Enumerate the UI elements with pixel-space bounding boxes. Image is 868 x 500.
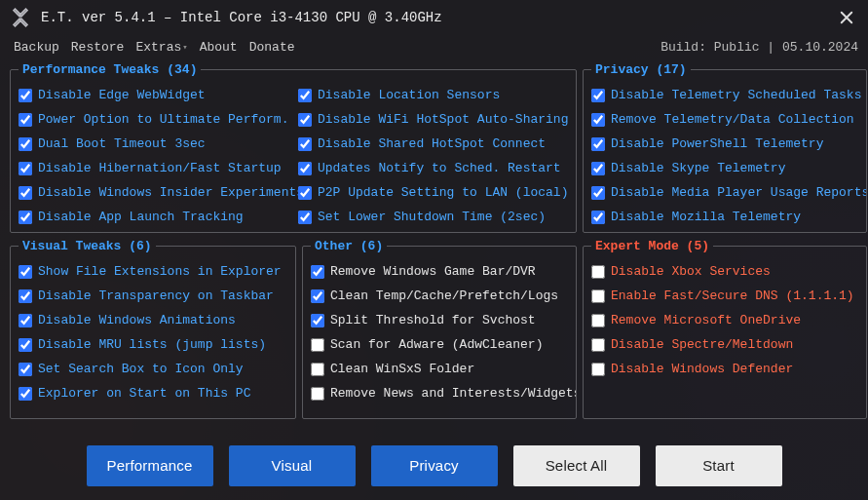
select-all-button[interactable]: Select All	[513, 445, 640, 486]
perf-tweak-label[interactable]: Dual Boot Timeout 3sec	[38, 132, 206, 156]
other-tweak-label[interactable]: Scan for Adware (AdwCleaner)	[330, 332, 543, 357]
other-tweak-checkbox[interactable]	[311, 265, 324, 279]
perf-tweak-label[interactable]: Disable WiFi HotSpot Auto-Sharing	[318, 107, 568, 132]
visual-tweak-checkbox[interactable]	[19, 265, 32, 279]
perf-tweak-label[interactable]: P2P Update Setting to LAN (local)	[318, 180, 568, 205]
perf-tweak-label[interactable]: Updates Notify to Sched. Restart	[318, 156, 561, 180]
titlebar: E.T. ver 5.4.1 – Intel Core i3-4130 CPU …	[0, 0, 868, 35]
perf-tweak-row: Disable Hibernation/Fast Startup	[19, 156, 288, 180]
app-logo-icon	[10, 7, 31, 28]
other-tweak-label[interactable]: Remove News and Interests/Widgets	[330, 381, 577, 405]
expert-tweak-row: Disable Xbox Services	[591, 259, 858, 284]
privacy-tweak-label[interactable]: Remove Telemetry/Data Collection	[611, 107, 854, 132]
perf-tweak-label[interactable]: Disable Windows Insider Experiments	[38, 180, 304, 205]
expert-tweak-checkbox[interactable]	[591, 289, 605, 303]
perf-tweak-checkbox[interactable]	[19, 186, 32, 200]
other-tweak-checkbox[interactable]	[311, 387, 324, 401]
expert-tweak-checkbox[interactable]	[591, 338, 605, 352]
privacy-tweak-checkbox[interactable]	[591, 162, 605, 175]
group-other-legend: Other (6)	[311, 239, 387, 253]
other-tweak-label[interactable]: Clean WinSxS Folder	[330, 357, 474, 381]
perf-tweak-checkbox[interactable]	[19, 89, 32, 102]
privacy-tweak-row: Disable Skype Telemetry	[591, 156, 858, 180]
visual-tweak-label[interactable]: Disable Windows Animations	[38, 308, 236, 332]
visual-tweak-checkbox[interactable]	[19, 314, 32, 327]
visual-tweak-label[interactable]: Disable Transparency on Taskbar	[38, 284, 274, 308]
privacy-tweak-label[interactable]: Disable PowerShell Telemetry	[611, 132, 823, 156]
perf-tweak-label[interactable]: Disable Hibernation/Fast Startup	[38, 156, 282, 180]
menu-backup[interactable]: Backup	[10, 38, 63, 57]
other-tweak-checkbox[interactable]	[311, 289, 324, 303]
expert-tweak-label[interactable]: Disable Spectre/Meltdown	[611, 332, 793, 357]
expert-tweak-row: Disable Windows Defender	[591, 357, 858, 381]
group-performance: Performance Tweaks (34) Disable Edge Web…	[10, 62, 577, 233]
perf-tweak-checkbox[interactable]	[298, 211, 312, 224]
privacy-tweak-row: Disable Media Player Usage Reports	[591, 180, 858, 205]
perf-tweak-label[interactable]: Disable Edge WebWidget	[38, 83, 206, 107]
group-visual: Visual Tweaks (6) Show File Extensions i…	[10, 239, 296, 419]
perf-tweak-checkbox[interactable]	[298, 186, 312, 200]
expert-tweak-checkbox[interactable]	[591, 363, 605, 376]
perf-tweak-label[interactable]: Set Lower Shutdown Time (2sec)	[318, 205, 546, 229]
visual-button[interactable]: Visual	[229, 445, 356, 486]
privacy-button[interactable]: Privacy	[371, 445, 498, 486]
visual-tweak-row: Disable Transparency on Taskbar	[19, 284, 287, 308]
menu-about[interactable]: About	[196, 38, 242, 57]
perf-tweak-row: Set Lower Shutdown Time (2sec)	[298, 205, 568, 229]
privacy-tweak-label[interactable]: Disable Telemetry Scheduled Tasks	[611, 83, 861, 107]
perf-tweak-row: Disable Edge WebWidget	[19, 83, 288, 107]
other-tweak-checkbox[interactable]	[311, 338, 324, 352]
visual-tweak-label[interactable]: Disable MRU lists (jump lists)	[38, 332, 266, 357]
privacy-tweak-label[interactable]: Disable Skype Telemetry	[611, 156, 785, 180]
visual-tweak-checkbox[interactable]	[19, 338, 32, 352]
perf-tweak-row: Updates Notify to Sched. Restart	[298, 156, 568, 180]
privacy-tweak-label[interactable]: Disable Media Player Usage Reports	[611, 180, 867, 205]
expert-tweak-label[interactable]: Disable Xbox Services	[611, 259, 771, 284]
start-button[interactable]: Start	[656, 445, 782, 486]
expert-tweak-checkbox[interactable]	[591, 314, 605, 327]
visual-tweak-checkbox[interactable]	[19, 289, 32, 303]
visual-tweak-label[interactable]: Set Search Box to Icon Only	[38, 357, 244, 381]
perf-tweak-checkbox[interactable]	[298, 137, 312, 151]
other-tweak-checkbox[interactable]	[311, 314, 324, 327]
visual-tweak-label[interactable]: Show File Extensions in Explorer	[38, 259, 282, 284]
privacy-tweak-checkbox[interactable]	[591, 113, 605, 127]
privacy-tweak-label[interactable]: Disable Mozilla Telemetry	[611, 205, 801, 229]
perf-tweak-checkbox[interactable]	[19, 137, 32, 151]
performance-button[interactable]: Performance	[87, 445, 213, 486]
privacy-tweak-checkbox[interactable]	[591, 89, 605, 102]
privacy-tweak-checkbox[interactable]	[591, 137, 605, 151]
other-tweak-row: Scan for Adware (AdwCleaner)	[311, 332, 568, 357]
window-close-button[interactable]	[833, 4, 860, 31]
privacy-tweak-checkbox[interactable]	[591, 211, 605, 224]
perf-tweak-label[interactable]: Disable Location Sensors	[318, 83, 500, 107]
privacy-tweak-checkbox[interactable]	[591, 186, 605, 200]
expert-tweak-label[interactable]: Enable Fast/Secure DNS (1.1.1.1)	[611, 284, 854, 308]
menubar: Backup Restore Extras▾ About Donate Buil…	[0, 35, 868, 58]
visual-tweak-checkbox[interactable]	[19, 387, 32, 401]
window-title: E.T. ver 5.4.1 – Intel Core i3-4130 CPU …	[41, 10, 442, 25]
menu-extras[interactable]: Extras▾	[132, 38, 191, 57]
perf-tweak-checkbox[interactable]	[19, 162, 32, 175]
perf-tweak-label[interactable]: Disable Shared HotSpot Connect	[318, 132, 546, 156]
expert-tweak-label[interactable]: Remove Microsoft OneDrive	[611, 308, 801, 332]
other-tweak-label[interactable]: Clean Temp/Cache/Prefetch/Logs	[330, 284, 558, 308]
perf-tweak-label[interactable]: Power Option to Ultimate Perform.	[38, 107, 288, 132]
perf-tweak-checkbox[interactable]	[298, 89, 312, 102]
perf-tweak-checkbox[interactable]	[298, 113, 312, 127]
expert-tweak-checkbox[interactable]	[591, 265, 605, 279]
perf-tweak-label[interactable]: Disable App Launch Tracking	[38, 205, 244, 229]
other-tweak-row: Clean WinSxS Folder	[311, 357, 568, 381]
menu-restore[interactable]: Restore	[67, 38, 129, 57]
menu-donate[interactable]: Donate	[245, 38, 299, 57]
perf-tweak-checkbox[interactable]	[19, 211, 32, 224]
expert-tweak-label[interactable]: Disable Windows Defender	[611, 357, 793, 381]
visual-tweak-checkbox[interactable]	[19, 363, 32, 376]
visual-tweak-label[interactable]: Explorer on Start on This PC	[38, 381, 250, 405]
other-tweak-label[interactable]: Split Threshold for Svchost	[330, 308, 536, 332]
other-tweak-label[interactable]: Remove Windows Game Bar/DVR	[330, 259, 536, 284]
perf-tweak-row: Disable App Launch Tracking	[19, 205, 288, 229]
perf-tweak-checkbox[interactable]	[19, 113, 32, 127]
other-tweak-checkbox[interactable]	[311, 363, 324, 376]
perf-tweak-checkbox[interactable]	[298, 162, 312, 175]
